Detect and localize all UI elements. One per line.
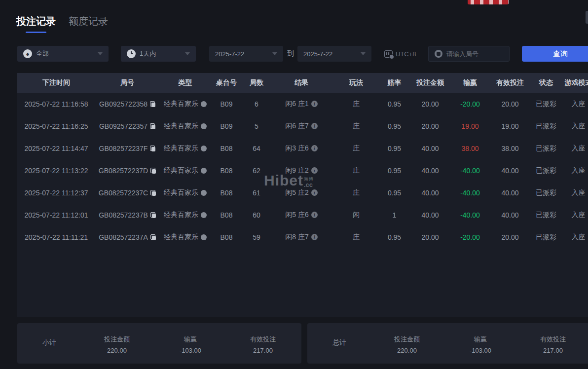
header-bet-amount: 投注金额: [408, 78, 452, 87]
cell-game-type: 经典百家乐: [159, 100, 211, 109]
info-icon[interactable]: [311, 234, 318, 240]
cell-game-type: 经典百家乐: [159, 144, 211, 153]
subtotal-bar: 小计 投注金额 220.00 输赢 -103.00 有效投注 217.00: [17, 323, 301, 364]
info-icon[interactable]: [311, 189, 318, 196]
date-from-picker[interactable]: 2025-7-22: [209, 46, 283, 62]
info-icon[interactable]: [311, 145, 318, 151]
header-bet-time: 下注时间: [17, 78, 95, 87]
live-dot-icon: [201, 212, 207, 218]
cell-bet-amount: 20.00: [408, 122, 452, 130]
subtotal-label: 小计: [42, 338, 56, 347]
cell-odds: 0.95: [381, 189, 408, 197]
copy-icon[interactable]: [150, 146, 155, 151]
copy-icon[interactable]: [150, 212, 156, 218]
header-odds: 赔率: [381, 78, 408, 87]
cell-valid-bet: 40.00: [488, 189, 532, 197]
cell-round-count: 61: [242, 189, 271, 197]
bet-records-table: 下注时间 局号 类型 桌台号 局数 结果 玩法 赔率 投注金额 输赢 有效投注 …: [17, 73, 588, 317]
cell-bet-time: 2025-07-22 11:12:37: [17, 189, 95, 197]
copy-icon[interactable]: [150, 168, 156, 174]
cell-win-loss: -20.00: [452, 233, 488, 241]
game-type-dropdown[interactable]: ♠ 全部: [17, 46, 109, 62]
subtotal-bet-amount: 投注金额 220.00: [104, 335, 130, 354]
cell-game-type: 经典百家乐: [159, 166, 211, 175]
cell-status: 已派彩: [532, 122, 560, 131]
spade-icon: ♠: [23, 49, 32, 58]
cell-game-mode: 入座: [560, 233, 588, 242]
tab-bet-records[interactable]: 投注记录: [16, 15, 56, 33]
cell-bet-amount: 20.00: [408, 233, 452, 241]
cell-play: 庄: [331, 233, 381, 242]
cell-result: 闲5 庄2: [271, 188, 331, 197]
live-dot-icon: [201, 123, 207, 129]
cell-odds: 0.95: [381, 122, 408, 130]
cell-play: 庄: [331, 166, 381, 175]
cell-play: 庄: [331, 100, 381, 109]
cell-bet-time: 2025-07-22 11:14:47: [17, 145, 95, 152]
time-range-value: 1天内: [140, 49, 156, 58]
copy-icon[interactable]: [150, 123, 155, 129]
cell-odds: 0.95: [381, 100, 408, 108]
info-icon[interactable]: [311, 167, 318, 174]
chevron-down-icon: [361, 52, 366, 55]
cell-bet-time: 2025-07-22 11:13:22: [17, 167, 95, 175]
cell-win-loss: -40.00: [452, 167, 488, 175]
table-body: 2025-07-22 11:16:58 GB0925722358 经典百家乐 B…: [17, 93, 588, 317]
subtotal-valid-bet: 有效投注 217.00: [250, 335, 276, 354]
date-range-to-label: 到: [287, 46, 294, 62]
cell-round-id: GB0925722358: [95, 100, 159, 108]
cell-status: 已派彩: [532, 233, 560, 242]
live-dot-icon: [201, 168, 207, 174]
chevron-down-icon: [185, 52, 190, 55]
header-round-count: 局数: [242, 78, 271, 87]
cell-round-id: GB082572237F: [95, 145, 159, 152]
copy-icon[interactable]: [150, 234, 156, 240]
record-tabs: 投注记录 额度记录: [16, 15, 108, 33]
cell-game-mode: 入座: [560, 188, 588, 197]
round-id-icon: [435, 50, 442, 58]
cell-valid-bet: 19.00: [488, 122, 532, 130]
cell-bet-amount: 40.00: [408, 211, 452, 219]
round-search-box[interactable]: [428, 46, 510, 62]
header-status: 状态: [532, 78, 560, 87]
cell-table-no: B08: [211, 211, 242, 219]
info-icon[interactable]: [311, 123, 318, 129]
time-range-dropdown[interactable]: 1天内: [121, 46, 196, 62]
date-to-picker[interactable]: 2025-7-22: [297, 46, 371, 62]
tab-quota-records[interactable]: 额度记录: [69, 15, 108, 33]
chevron-down-icon: [272, 52, 277, 55]
info-icon[interactable]: [311, 101, 318, 107]
cell-status: 已派彩: [532, 211, 560, 220]
table-row: 2025-07-22 11:14:47 GB082572237F 经典百家乐 B…: [17, 137, 588, 159]
cell-game-mode: 入座: [560, 166, 588, 175]
copy-icon[interactable]: [150, 101, 155, 107]
cell-win-loss: -40.00: [452, 189, 488, 197]
cell-bet-amount: 40.00: [408, 189, 452, 197]
copy-icon[interactable]: [150, 190, 156, 196]
cell-bet-time: 2025-07-22 11:16:25: [17, 122, 95, 130]
cell-odds: 0.95: [381, 145, 408, 152]
cell-result: 闲6 庄7: [271, 122, 331, 131]
info-icon[interactable]: [311, 212, 318, 218]
cell-play: 闲: [331, 211, 381, 220]
cell-status: 已派彩: [532, 100, 560, 109]
cell-table-no: B09: [211, 100, 242, 108]
cell-table-no: B08: [211, 145, 242, 152]
cell-bet-amount: 40.00: [408, 167, 452, 175]
header-game-mode: 游戏模式: [560, 78, 588, 87]
timezone-control[interactable]: UTC+8: [384, 46, 416, 62]
total-valid-bet: 有效投注 217.00: [540, 335, 566, 354]
cell-play: 庄: [331, 144, 381, 153]
cell-play: 庄: [331, 188, 381, 197]
cell-round-count: 60: [242, 211, 271, 219]
table-row: 2025-07-22 11:12:01 GB082572237B 经典百家乐 B…: [17, 204, 588, 226]
cell-odds: 0.95: [381, 233, 408, 241]
scrollbar-fragment[interactable]: [586, 11, 588, 24]
total-bar: 总计 投注金额 220.00 输赢 -103.00 有效投注 217.00: [307, 323, 588, 364]
table-row: 2025-07-22 11:12:37 GB082572237C 经典百家乐 B…: [17, 182, 588, 204]
query-button[interactable]: 查询: [522, 46, 588, 62]
cell-valid-bet: 40.00: [488, 211, 532, 219]
round-search-input[interactable]: [446, 50, 501, 58]
cell-round-count: 6: [242, 100, 271, 108]
cell-status: 已派彩: [532, 166, 560, 175]
